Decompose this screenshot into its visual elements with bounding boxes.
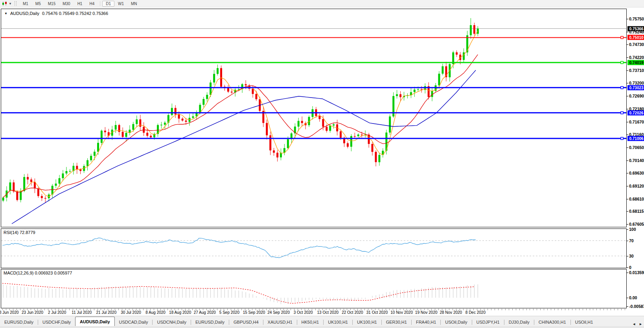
chart-tab-usdchf-daily[interactable]: USDCHF,Daily bbox=[38, 318, 75, 326]
price-axis-tick bbox=[627, 109, 628, 109]
timeframe-button-m15[interactable]: M15 bbox=[44, 1, 59, 7]
chart-tab-fra40-h1[interactable]: FRA40,H1 bbox=[412, 318, 440, 326]
tab-scroll-left-icon[interactable]: ◄ bbox=[632, 322, 636, 326]
date-axis-tick bbox=[20, 309, 20, 310]
candle-body bbox=[62, 173, 64, 178]
timeframe-button-m30[interactable]: M30 bbox=[59, 1, 74, 7]
chart-tab-usoil-daily[interactable]: USOil,Daily bbox=[441, 318, 471, 326]
timeframe-button-h4[interactable]: H4 bbox=[86, 1, 98, 7]
date-axis-tick bbox=[625, 309, 625, 310]
candle-body bbox=[44, 198, 46, 199]
chart-tab-ger30-h1[interactable]: GER30,H1 bbox=[382, 318, 411, 326]
price-axis-tick bbox=[627, 96, 628, 96]
date-axis-tick bbox=[621, 309, 622, 310]
date-axis-label: 8 Dec 2020 bbox=[466, 310, 486, 315]
rsi-axis-tick bbox=[627, 256, 628, 256]
rsi-line bbox=[2, 238, 476, 258]
price-axis-tick bbox=[627, 211, 628, 212]
price-axis-label: 0.70650 bbox=[629, 145, 644, 150]
timeframe-button-w1[interactable]: W1 bbox=[114, 1, 127, 7]
candle-body bbox=[41, 196, 43, 198]
candle-body bbox=[97, 143, 99, 152]
timeframe-button-h1[interactable]: H1 bbox=[74, 1, 86, 7]
mt4-chart-window: ▼ M1M5M15M30H1H4D1W1MN ▼ ▼ AUDUSD,Daily … bbox=[0, 0, 644, 328]
price-axis-tick bbox=[627, 44, 628, 45]
chart-tab-uk100-h1[interactable]: UK100,H1 bbox=[353, 318, 381, 326]
date-axis-tick bbox=[526, 309, 527, 310]
chart-tab-usoil-h1[interactable]: USOil,H1 bbox=[571, 318, 598, 326]
chart-tab-dj30-daily[interactable]: DJ30,Daily bbox=[504, 318, 534, 326]
candle-body bbox=[164, 123, 166, 125]
chart-tab-eurusd-daily[interactable]: EURUSD,Daily bbox=[191, 318, 229, 326]
date-axis-tick bbox=[554, 309, 555, 310]
timeframe-button-d1[interactable]: D1 bbox=[102, 1, 114, 7]
date-axis-label: 8 Aug 2020 bbox=[145, 310, 166, 315]
candle-body bbox=[357, 135, 359, 136]
main-chart-panel[interactable]: ▼ AUDUSD,Daily 0.75476 0.75549 0.75242 0… bbox=[1, 9, 627, 227]
line-handle[interactable] bbox=[621, 87, 623, 89]
chart-tab-xauusd-h1[interactable]: XAUUSD,H1 bbox=[263, 318, 297, 326]
chart-tab-usdcad-daily[interactable]: USDCAD,Daily bbox=[115, 318, 153, 326]
date-axis-tick bbox=[614, 309, 615, 310]
chart-tab-usdjpy-h1[interactable]: USDJPY,H1 bbox=[472, 318, 504, 326]
chevron-down-icon[interactable]: ▼ bbox=[9, 2, 12, 6]
date-axis-tick bbox=[505, 309, 506, 310]
date-axis-tick bbox=[241, 309, 242, 310]
chart-tools-icon[interactable] bbox=[1, 1, 8, 6]
collapse-icon[interactable]: ▼ bbox=[4, 12, 7, 15]
rsi-axis-label: 0 bbox=[629, 265, 631, 270]
toolbar-grip[interactable] bbox=[15, 1, 17, 6]
candle-body bbox=[347, 143, 349, 147]
candle-body bbox=[59, 178, 61, 184]
chart-tab-eurusd-daily[interactable]: EURUSD,Daily bbox=[0, 318, 38, 326]
date-axis-label: 28 Nov 2020 bbox=[440, 310, 462, 315]
price-axis-label: 0.67605 bbox=[629, 222, 644, 227]
date-axis-tick bbox=[291, 309, 291, 310]
date-axis-tick bbox=[523, 309, 523, 310]
date-axis-label: 19 Nov 2020 bbox=[415, 310, 438, 315]
timeframe-button-m5[interactable]: M5 bbox=[32, 1, 44, 7]
price-badge-0.72026: 0.72026 bbox=[627, 110, 644, 115]
macd-signal-line bbox=[2, 283, 474, 303]
candle-body bbox=[227, 88, 229, 92]
candle-body bbox=[329, 125, 331, 131]
date-axis-tick bbox=[502, 309, 502, 310]
chart-tab-gbpusd-h4[interactable]: GBPUSD,H4 bbox=[229, 318, 263, 326]
candle-body bbox=[301, 121, 303, 123]
candle-body bbox=[69, 171, 71, 172]
chart-tab-audusd-daily[interactable]: AUDUSD,Daily bbox=[75, 317, 114, 326]
line-handle[interactable] bbox=[621, 137, 623, 140]
chart-symbol: AUDUSD,Daily bbox=[10, 11, 39, 16]
price-axis-label: 0.73710 bbox=[629, 68, 644, 73]
chart-tab-hk50-h1[interactable]: HK50,H1 bbox=[297, 318, 324, 326]
macd-panel[interactable]: MACD(12,26,9) 0.006923 0.005977 bbox=[1, 269, 627, 308]
candle-body bbox=[55, 184, 57, 186]
date-axis-tick bbox=[569, 309, 569, 310]
line-handle[interactable] bbox=[621, 112, 623, 114]
tab-scroll-right-icon[interactable]: ► bbox=[639, 322, 642, 326]
timeframe-button-m1[interactable]: M1 bbox=[19, 1, 32, 7]
price-axis-label: 0.74220 bbox=[629, 55, 644, 60]
date-axis-tick bbox=[583, 309, 583, 310]
candle-body bbox=[392, 96, 394, 116]
line-handle[interactable] bbox=[621, 61, 623, 64]
chart-tab-china300-h1[interactable]: CHINA300,H1 bbox=[534, 318, 570, 326]
line-handle[interactable] bbox=[621, 36, 623, 39]
price-axis-tick bbox=[627, 147, 628, 148]
date-axis-label: 2 Jul 2020 bbox=[48, 310, 66, 315]
candle-body bbox=[266, 123, 268, 136]
date-axis-tick bbox=[540, 309, 541, 310]
date-axis-tick bbox=[579, 309, 580, 310]
price-axis-tick bbox=[627, 83, 628, 83]
chart-tab-usdcnh-daily[interactable]: USDCNH,Daily bbox=[153, 318, 191, 326]
date-axis-tick bbox=[192, 309, 193, 310]
candle-body bbox=[101, 131, 103, 143]
candle-body bbox=[245, 84, 247, 85]
macd-axis-label: -0.005878 bbox=[629, 304, 644, 309]
date-axis-label: 3 Oct 2020 bbox=[294, 310, 313, 315]
candle-body bbox=[27, 177, 29, 179]
rsi-panel[interactable]: RSI(14) 72.8779 bbox=[1, 228, 627, 268]
chart-tab-uk100-h1[interactable]: UK100,H1 bbox=[324, 318, 352, 326]
timeframe-button-mn[interactable]: MN bbox=[127, 1, 141, 7]
date-axis-label: 27 Aug 2020 bbox=[194, 310, 216, 315]
